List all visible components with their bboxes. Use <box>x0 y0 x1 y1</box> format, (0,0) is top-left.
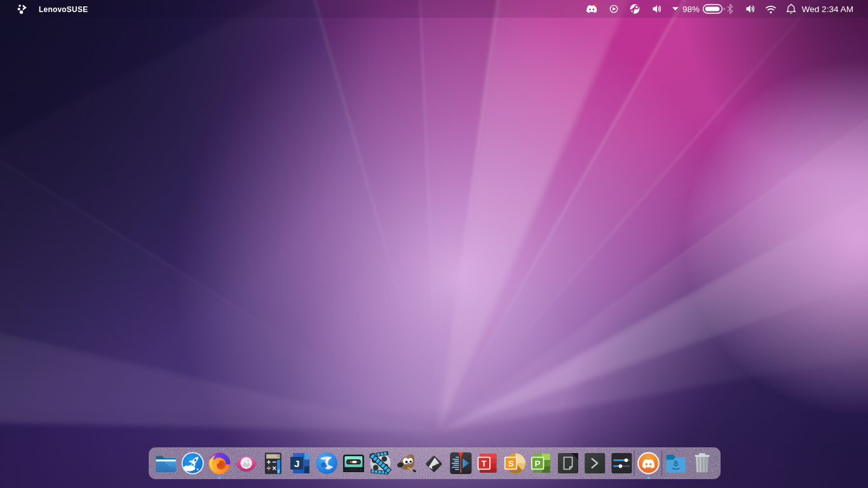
svg-text:Wed 2:34 AM: Wed 2:34 AM <box>802 4 853 14</box>
svg-text:0: 0 <box>277 454 280 458</box>
svg-text:LenovoSUSE: LenovoSUSE <box>39 5 88 14</box>
svg-text:J: J <box>294 458 300 469</box>
svg-text:S: S <box>508 459 513 468</box>
svg-text:T: T <box>482 459 487 468</box>
svg-text:P: P <box>535 459 541 468</box>
svg-text:98%: 98% <box>682 4 700 14</box>
